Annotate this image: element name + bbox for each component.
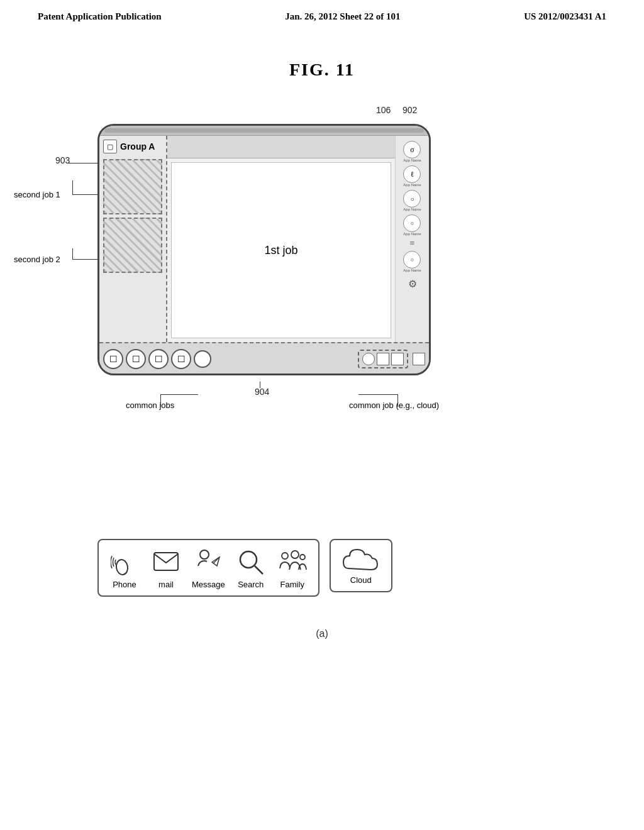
svg-point-0 bbox=[115, 559, 129, 576]
search-icon bbox=[235, 546, 267, 578]
taskbar-icon-3: ☐ bbox=[148, 349, 169, 369]
common-jobs-line-h bbox=[160, 394, 198, 395]
bottom-icon-search: Search bbox=[235, 546, 267, 589]
taskbar-right-group bbox=[358, 350, 408, 368]
taskbar-icon-1: ☐ bbox=[103, 349, 123, 369]
group-title-bar bbox=[167, 136, 395, 158]
family-icon bbox=[277, 546, 308, 578]
tablet-device: ▢ Group A 1st job bbox=[97, 124, 431, 375]
sidebar-icon-3: ○ App Name bbox=[403, 190, 421, 211]
common-jobs-label: common jobs bbox=[126, 401, 174, 410]
app-icon-4: ○ bbox=[403, 214, 421, 232]
ref-903-line bbox=[68, 163, 98, 163]
cloud-icon bbox=[342, 546, 380, 575]
second-job-2-label: second job 2 bbox=[14, 255, 60, 264]
app-icon-1: σ bbox=[403, 141, 421, 158]
common-job-cloud-label: common job (e.g., cloud) bbox=[349, 401, 439, 410]
app-icon-3-label: App Name bbox=[403, 208, 421, 211]
svg-point-6 bbox=[282, 553, 288, 559]
first-job-area: 1st job bbox=[171, 162, 391, 338]
second-job-1-block bbox=[103, 159, 162, 214]
right-sidebar: σ App Name ℓ App Name ○ App Name ○ App N… bbox=[395, 136, 429, 342]
second-job-2-vertical bbox=[72, 248, 73, 259]
ref-106: 106 bbox=[376, 105, 391, 115]
ref-904: 904 bbox=[255, 387, 269, 397]
phone-label: Phone bbox=[113, 580, 136, 589]
taskbar-right-circle bbox=[362, 353, 375, 365]
figure-title: FIG. 11 bbox=[0, 60, 644, 80]
svg-point-4 bbox=[240, 551, 257, 568]
svg-point-2 bbox=[200, 550, 209, 559]
search-label: Search bbox=[238, 580, 264, 589]
message-label: Message bbox=[192, 580, 225, 589]
taskbar-last-square bbox=[413, 353, 425, 365]
second-job-1-line bbox=[72, 194, 97, 195]
svg-point-8 bbox=[300, 555, 305, 560]
cloud-label: Cloud bbox=[350, 575, 372, 585]
group-name: Group A bbox=[120, 141, 155, 152]
taskbar-icon-2: ☐ bbox=[126, 349, 146, 369]
svg-rect-1 bbox=[154, 553, 178, 570]
common-jobs-line-v bbox=[160, 394, 161, 407]
app-icon-1-label: App Name bbox=[403, 158, 421, 162]
svg-point-7 bbox=[291, 551, 299, 558]
bottom-icon-mail: mail bbox=[150, 546, 182, 589]
app-icon-2: ℓ bbox=[403, 165, 421, 183]
header-center: Jan. 26, 2012 Sheet 22 of 101 bbox=[285, 11, 400, 22]
second-job-2-block bbox=[103, 218, 162, 273]
sidebar-icon-2: ℓ App Name bbox=[403, 165, 421, 187]
center-panel: 1st job bbox=[167, 136, 395, 342]
app-icon-4-label: App Name bbox=[403, 232, 421, 236]
sidebar-icon-1: σ App Name bbox=[403, 141, 421, 162]
app-icon-2-label: App Name bbox=[403, 183, 421, 187]
app-icon-5-label: App Name bbox=[403, 268, 421, 272]
group-icon: ▢ bbox=[103, 140, 117, 153]
ref-903: 903 bbox=[55, 155, 70, 165]
second-job-1-vertical bbox=[72, 180, 73, 194]
cloud-line-v bbox=[397, 394, 398, 407]
second-job-1-label: second job 1 bbox=[14, 190, 60, 199]
header-right: US 2012/0023431 A1 bbox=[524, 11, 606, 22]
settings-icon: ⚙ bbox=[408, 278, 417, 290]
cloud-box: Cloud bbox=[330, 539, 392, 592]
group-header: ▢ Group A bbox=[103, 140, 162, 153]
svg-line-5 bbox=[255, 566, 263, 574]
bottom-icon-phone: Phone bbox=[109, 546, 140, 589]
app-icon-5: ○ bbox=[403, 251, 421, 268]
bottom-icons-box: Phone mail Mess bbox=[97, 539, 319, 597]
bottom-section: Phone mail Mess bbox=[97, 539, 588, 597]
cloud-line-h bbox=[358, 394, 397, 395]
message-icon bbox=[192, 546, 224, 578]
footnote: (a) bbox=[0, 628, 644, 639]
mail-icon bbox=[150, 546, 182, 578]
left-panel: ▢ Group A bbox=[99, 136, 167, 342]
family-label: Family bbox=[280, 580, 304, 589]
taskbar-right-square-2 bbox=[391, 353, 404, 365]
page-header: Patent Application Publication Jan. 26, … bbox=[0, 0, 644, 22]
taskbar-right-square-1 bbox=[377, 353, 389, 365]
mail-label: mail bbox=[158, 580, 174, 589]
header-left: Patent Application Publication bbox=[38, 11, 162, 22]
second-job-2-line bbox=[72, 259, 97, 260]
sidebar-icon-4: ○ App Name bbox=[403, 214, 421, 236]
first-job-label: 1st job bbox=[264, 244, 297, 257]
ref-904-line bbox=[260, 382, 260, 388]
sidebar-icon-5: ○ App Name bbox=[403, 251, 421, 272]
tablet-top-bar bbox=[99, 126, 429, 136]
app-icon-3: ○ bbox=[403, 190, 421, 208]
bottom-icon-message: Message bbox=[192, 546, 225, 589]
ref-902: 902 bbox=[402, 105, 417, 115]
bottom-taskbar: ☐ ☐ ☐ ☐ bbox=[99, 342, 429, 375]
phone-icon bbox=[109, 546, 140, 578]
menu-icon: ≡ bbox=[410, 239, 415, 248]
taskbar-icon-4: ☐ bbox=[171, 349, 191, 369]
taskbar-icon-5 bbox=[194, 350, 211, 368]
bottom-icon-family: Family bbox=[277, 546, 308, 589]
